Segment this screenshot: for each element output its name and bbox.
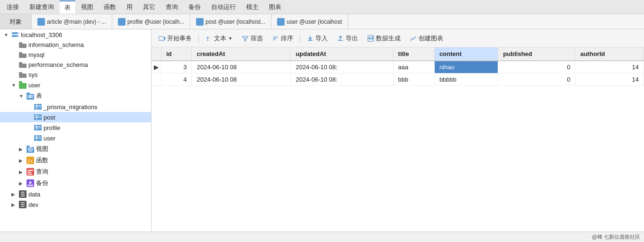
arrow-right-icon: ▶	[19, 181, 25, 186]
tab-post-label: post @user (localhost...	[206, 19, 265, 25]
svg-point-2	[17, 33, 18, 34]
th-authorid[interactable]: authorId	[575, 47, 644, 61]
svg-rect-8	[19, 64, 27, 68]
queries-icon	[27, 168, 34, 176]
post-label: post	[44, 114, 55, 121]
datagen-icon	[367, 35, 374, 42]
cell-authorid[interactable]: 14	[575, 74, 644, 86]
cell-id[interactable]: 4	[161, 74, 192, 86]
toolbar-separator-2	[300, 34, 300, 43]
sidebar-item-views[interactable]: ▶ 视图	[0, 143, 151, 155]
user-table-label: user	[44, 135, 55, 142]
datagen-button[interactable]: 数据生成	[363, 32, 405, 45]
sidebar-item-information-schema[interactable]: information_schema	[0, 40, 151, 50]
th-published[interactable]: published	[498, 47, 575, 61]
sidebar-item-queries[interactable]: ▶ 查询	[0, 166, 151, 177]
sidebar-item-tables[interactable]: ▼ 表	[0, 90, 151, 102]
th-content[interactable]: content	[434, 47, 498, 61]
toolbar: 开始事务 T 文本 ▼ 筛选	[152, 29, 644, 47]
cell-createdat[interactable]: 2024-06-10 08	[192, 61, 291, 74]
db-icon	[19, 52, 27, 58]
tab-objects[interactable]: 对象	[0, 14, 32, 29]
export-button[interactable]: 导出	[333, 32, 362, 45]
nav-function[interactable]: 函数	[99, 1, 121, 13]
nav-other[interactable]: 其它	[138, 1, 160, 13]
sidebar-item-data-db[interactable]: ▶ data	[0, 189, 151, 199]
db-label: performance_schema	[28, 61, 88, 68]
cell-title[interactable]: bbb	[393, 74, 434, 86]
tab-profile-icon	[118, 18, 125, 26]
tab-post[interactable]: post @user (localhost...	[190, 14, 271, 29]
top-nav: 连接 新建查询 表 视图 函数 用 其它 查询 备份 自动运行 模主 图表	[0, 0, 644, 14]
text-dropdown-arrow: ▼	[228, 36, 233, 41]
tab-article-icon	[37, 18, 45, 26]
svg-rect-9	[19, 62, 22, 64]
nav-view[interactable]: 视图	[76, 1, 98, 13]
text-button[interactable]: T 文本 ▼	[201, 32, 237, 45]
th-createdat[interactable]: createdAt	[192, 47, 291, 61]
sidebar-item-functions[interactable]: ▶ f x 函数	[0, 155, 151, 166]
cell-updatedat[interactable]: 2024-06-10 08:	[291, 61, 393, 74]
tab-profile[interactable]: profile @user (localh...	[112, 14, 190, 29]
svg-rect-6	[19, 54, 27, 58]
table-item-icon	[34, 113, 42, 121]
nav-table[interactable]: 表	[60, 0, 75, 14]
dev-db-icon	[19, 201, 27, 208]
sidebar-item-post[interactable]: post	[0, 112, 151, 122]
svg-rect-62	[369, 37, 370, 39]
server-icon	[11, 31, 19, 38]
nav-chart[interactable]: 图表	[264, 1, 286, 13]
sidebar-item-user-db[interactable]: ▼ user	[0, 80, 151, 90]
svg-rect-12	[19, 83, 27, 89]
nav-new-query[interactable]: 新建查询	[25, 1, 59, 13]
cell-content[interactable]: bbbbb	[434, 74, 498, 86]
sidebar-item-profile[interactable]: profile	[0, 122, 151, 133]
nav-model[interactable]: 模主	[242, 1, 263, 13]
filter-icon	[242, 35, 249, 42]
svg-rect-11	[19, 72, 22, 74]
th-id[interactable]: id	[161, 47, 192, 61]
svg-rect-30	[36, 125, 37, 130]
sidebar-item-mysql[interactable]: mysql	[0, 50, 151, 60]
sidebar-item-prisma-migrations[interactable]: _prisma_migrations	[0, 102, 151, 112]
nav-connect[interactable]: 连接	[2, 1, 24, 13]
tab-post-icon	[196, 18, 204, 26]
sidebar-item-dev-db[interactable]: ▶ dev	[0, 199, 151, 210]
svg-rect-29	[35, 128, 41, 128]
svg-rect-25	[35, 117, 41, 118]
th-title[interactable]: title	[393, 47, 434, 61]
cell-authorid[interactable]: 14	[575, 61, 644, 74]
nav-backup[interactable]: 备份	[184, 1, 206, 13]
svg-rect-47	[27, 185, 33, 186]
user-db-label: user	[28, 82, 40, 89]
cell-id[interactable]: 3	[161, 61, 192, 74]
content-area: 开始事务 T 文本 ▼ 筛选	[152, 29, 644, 232]
import-button[interactable]: 导入	[303, 32, 332, 45]
sidebar-item-performance-schema[interactable]: performance_schema	[0, 60, 151, 70]
sidebar-item-backup[interactable]: ▶ 备份	[0, 177, 151, 189]
chart-button[interactable]: 创建图表	[406, 32, 447, 45]
sidebar-item-user-table[interactable]: user	[0, 133, 151, 143]
tab-user[interactable]: user @user (localhost	[271, 14, 348, 29]
svg-rect-4	[19, 44, 27, 48]
cell-content[interactable]: nihao	[434, 61, 498, 74]
filter-button[interactable]: 筛选	[238, 32, 267, 45]
begin-transaction-button[interactable]: 开始事务	[154, 32, 196, 45]
profile-label: profile	[44, 124, 60, 131]
tab-user-label: user @user (localhost	[286, 19, 342, 25]
svg-rect-64	[372, 37, 373, 39]
th-updatedat[interactable]: updatedAt	[291, 47, 393, 61]
cell-updatedat[interactable]: 2024-06-10 08:	[291, 74, 393, 86]
cell-published[interactable]: 0	[498, 61, 575, 74]
sidebar-server[interactable]: ▼ localhost_3306	[0, 29, 151, 40]
nav-user[interactable]: 用	[122, 1, 137, 13]
tab-article[interactable]: article @main (dev) - ...	[32, 14, 112, 29]
cell-title[interactable]: aaa	[393, 61, 434, 74]
svg-rect-15	[27, 93, 30, 94]
nav-query[interactable]: 查询	[161, 1, 183, 13]
sidebar-item-sys[interactable]: sys	[0, 70, 151, 80]
nav-autorun[interactable]: 自动运行	[206, 1, 241, 13]
cell-createdat[interactable]: 2024-06-10 08	[192, 74, 291, 86]
sort-button[interactable]: 排序	[268, 32, 297, 45]
cell-published[interactable]: 0	[498, 74, 575, 86]
